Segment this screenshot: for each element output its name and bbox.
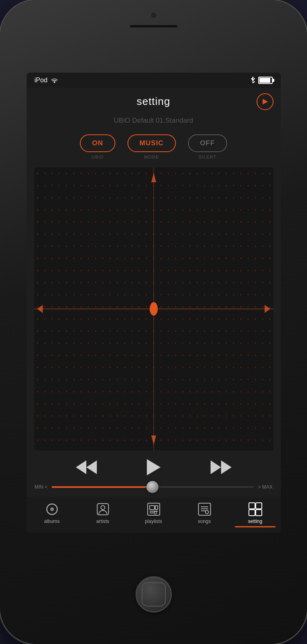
eq-canvas-svg[interactable]: [34, 167, 274, 450]
app-header: setting: [27, 88, 281, 115]
rewind-button[interactable]: [76, 460, 97, 474]
volume-min-label: MIN <: [35, 484, 48, 490]
tab-setting[interactable]: setting: [230, 500, 281, 524]
svg-rect-21: [155, 506, 158, 510]
svg-point-16: [51, 509, 52, 510]
svg-marker-10: [76, 460, 86, 474]
battery-indicator: [258, 77, 273, 84]
home-button[interactable]: [136, 576, 172, 613]
svg-rect-30: [249, 503, 255, 509]
svg-marker-13: [221, 460, 232, 474]
tab-playlists-label: playlists: [145, 519, 162, 524]
tab-albums[interactable]: albums: [27, 500, 77, 524]
songs-icon: [197, 502, 212, 516]
preset-name: UBiO Default 01.Standard: [27, 115, 281, 131]
svg-rect-32: [249, 510, 255, 516]
albums-icon: [45, 502, 59, 516]
ubio-toggle[interactable]: ON UBiO: [80, 134, 115, 159]
svg-rect-20: [150, 506, 155, 510]
svg-rect-33: [256, 510, 262, 516]
tab-songs-label: songs: [198, 519, 211, 524]
phone-bottom: [0, 533, 307, 644]
tab-artists[interactable]: artists: [77, 500, 128, 524]
artists-icon: [96, 502, 110, 516]
play-pause-button[interactable]: [147, 459, 161, 475]
svg-point-8: [150, 302, 158, 316]
carrier-label: iPod: [35, 77, 48, 84]
tab-songs[interactable]: songs: [179, 500, 230, 524]
camera: [150, 12, 157, 19]
volume-row: MIN < > MAX: [27, 484, 281, 497]
status-bar: iPod: [27, 73, 281, 88]
page-title: setting: [137, 95, 171, 108]
tab-albums-label: albums: [44, 519, 60, 524]
tab-bar: albums artists: [27, 497, 281, 533]
silent-label: SILENT: [198, 155, 217, 159]
setting-icon: [248, 502, 263, 516]
header-play-button[interactable]: [257, 93, 274, 110]
svg-marker-9: [86, 460, 97, 474]
screen: iPod: [27, 73, 281, 533]
volume-max-label: > MAX: [258, 484, 272, 490]
tab-setting-label: setting: [248, 519, 262, 524]
ubio-label: UBiO: [92, 155, 104, 159]
svg-marker-11: [147, 459, 161, 475]
play-triangle-icon: [263, 99, 268, 105]
eq-grid[interactable]: [34, 167, 274, 450]
svg-point-29: [205, 510, 209, 514]
volume-slider[interactable]: [52, 486, 254, 488]
phone-top: [0, 0, 307, 73]
status-right: [250, 76, 273, 85]
wifi-icon: [51, 77, 58, 84]
svg-rect-31: [256, 503, 262, 509]
volume-knob[interactable]: [146, 481, 159, 493]
top-speaker: [129, 25, 178, 28]
svg-marker-12: [211, 460, 221, 474]
mode-label: MODE: [144, 155, 159, 159]
status-left: iPod: [35, 77, 58, 84]
tab-artists-label: artists: [96, 519, 109, 524]
home-button-inner: [142, 582, 166, 606]
battery-fill: [259, 78, 270, 83]
bluetooth-icon: [250, 76, 255, 85]
app-content: setting UBiO Default 01.Standard ON UBiO…: [27, 88, 281, 533]
mode-toggle[interactable]: MUSIC MODE: [127, 134, 176, 159]
silent-toggle[interactable]: OFF SILENT: [188, 134, 227, 159]
playlists-icon: [146, 502, 161, 516]
tab-playlists[interactable]: playlists: [128, 500, 179, 524]
fast-forward-button[interactable]: [211, 460, 232, 474]
transport-controls: [27, 450, 281, 484]
silent-pill[interactable]: OFF: [188, 134, 227, 152]
svg-point-18: [101, 506, 105, 510]
toggle-row: ON UBiO MUSIC MODE OFF SILENT: [27, 131, 281, 167]
ubio-pill[interactable]: ON: [80, 134, 115, 152]
mode-pill[interactable]: MUSIC: [127, 134, 176, 152]
phone-frame: iPod: [0, 0, 307, 644]
